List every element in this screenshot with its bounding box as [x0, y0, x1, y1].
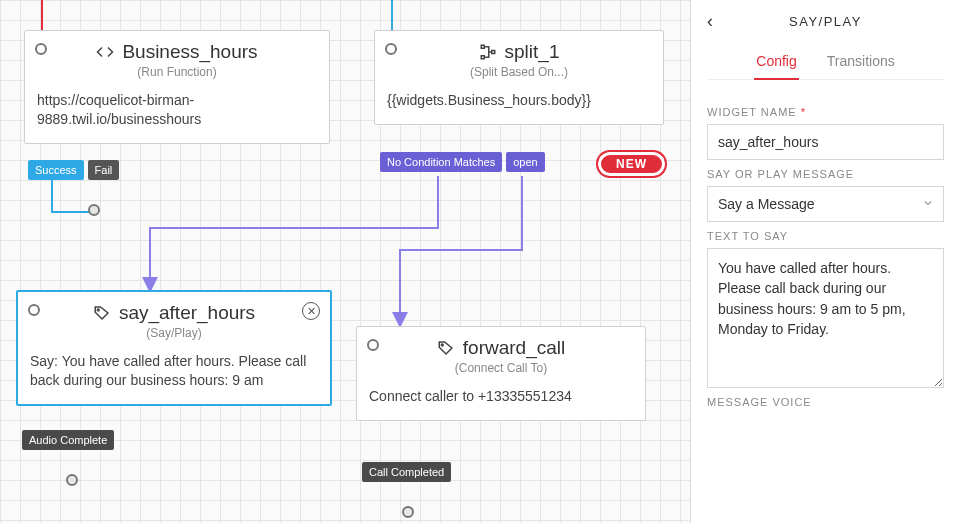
back-icon[interactable]: ‹: [707, 11, 713, 32]
tab-transitions[interactable]: Transitions: [825, 47, 897, 79]
input-port[interactable]: [385, 43, 397, 55]
widget-subtitle: (Connect Call To): [357, 361, 645, 375]
svg-point-3: [97, 309, 99, 311]
widget-body: {{widgets.Business_hours.body}}: [375, 87, 663, 124]
port[interactable]: [402, 506, 414, 518]
output-fail[interactable]: Fail: [88, 160, 120, 180]
sidebar-title: SAY/PLAY: [789, 14, 862, 29]
widget-business-hours[interactable]: Business_hours (Run Function) https://co…: [24, 30, 330, 144]
code-icon: [96, 43, 114, 61]
widget-subtitle: (Say/Play): [18, 326, 330, 340]
new-branch-button[interactable]: NEW: [596, 150, 667, 178]
outputs-say-after-hours: Audio Complete: [22, 430, 114, 450]
svg-rect-0: [481, 45, 484, 48]
widget-body: Say: You have called after hours. Please…: [18, 348, 330, 404]
widget-say-after-hours[interactable]: say_after_hours ✕ (Say/Play) Say: You ha…: [16, 290, 332, 406]
port[interactable]: [88, 204, 100, 216]
text-to-say-textarea[interactable]: [707, 248, 944, 388]
say-or-play-label: SAY OR PLAY MESSAGE: [707, 168, 944, 180]
port[interactable]: [66, 474, 78, 486]
tag-icon: [437, 339, 455, 357]
input-port[interactable]: [28, 304, 40, 316]
close-icon[interactable]: ✕: [302, 302, 320, 320]
flow-canvas[interactable]: Business_hours (Run Function) https://co…: [0, 0, 690, 523]
widget-subtitle: (Split Based On...): [375, 65, 663, 79]
text-to-say-label: TEXT TO SAY: [707, 230, 944, 242]
widget-title: forward_call: [463, 337, 565, 359]
svg-rect-2: [491, 51, 494, 54]
widget-forward-call[interactable]: forward_call (Connect Call To) Connect c…: [356, 326, 646, 421]
outputs-forward-call: Call Completed: [362, 462, 451, 482]
svg-rect-1: [481, 56, 484, 59]
svg-point-4: [441, 344, 443, 346]
widget-split-1[interactable]: split_1 (Split Based On...) {{widgets.Bu…: [374, 30, 664, 125]
outputs-business-hours: Success Fail: [28, 160, 119, 180]
widget-body: https://coquelicot-birman-9889.twil.io/b…: [25, 87, 329, 143]
widget-title: say_after_hours: [119, 302, 255, 324]
message-voice-label: MESSAGE VOICE: [707, 396, 944, 408]
output-no-match[interactable]: No Condition Matches: [380, 152, 502, 172]
widget-body: Connect caller to +13335551234: [357, 383, 645, 420]
output-success[interactable]: Success: [28, 160, 84, 180]
widget-name-input[interactable]: [707, 124, 944, 160]
widget-subtitle: (Run Function): [25, 65, 329, 79]
sidebar-tabs: Config Transitions: [707, 47, 944, 80]
input-port[interactable]: [35, 43, 47, 55]
widget-name-label: WIDGET NAME *: [707, 106, 944, 118]
output-call-completed[interactable]: Call Completed: [362, 462, 451, 482]
output-audio-complete[interactable]: Audio Complete: [22, 430, 114, 450]
widget-title: split_1: [505, 41, 560, 63]
widget-title: Business_hours: [122, 41, 257, 63]
split-icon: [479, 43, 497, 61]
output-open[interactable]: open: [506, 152, 544, 172]
tag-icon: [93, 304, 111, 322]
tab-config[interactable]: Config: [754, 47, 798, 79]
input-port[interactable]: [367, 339, 379, 351]
config-sidebar: ‹ SAY/PLAY Config Transitions WIDGET NAM…: [690, 0, 960, 523]
outputs-split-1: No Condition Matches open: [380, 152, 545, 172]
say-or-play-select[interactable]: Say a Message: [707, 186, 944, 222]
